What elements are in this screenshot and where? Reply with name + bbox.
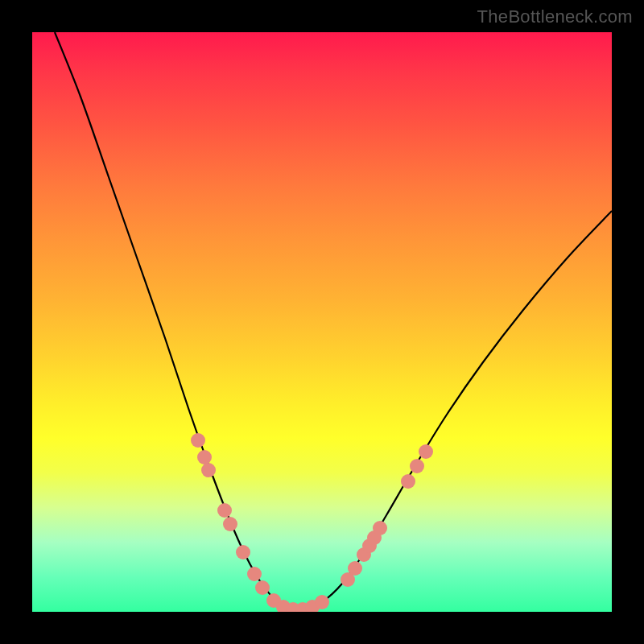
highlight-dot [223, 517, 237, 531]
highlight-dot [201, 463, 216, 477]
highlight-dot [401, 474, 415, 489]
highlight-dot [315, 595, 329, 609]
highlight-dots-group [191, 433, 433, 612]
highlight-dot [348, 561, 362, 576]
highlight-dot [373, 521, 387, 535]
highlight-dot [236, 545, 250, 559]
highlight-dot [419, 444, 433, 459]
highlight-dot [217, 503, 232, 518]
highlight-dot [197, 450, 212, 464]
plot-area [32, 32, 612, 612]
curve-layer [32, 32, 612, 612]
bottleneck-curve [55, 32, 612, 609]
watermark-text: TheBottleneck.com [477, 6, 633, 27]
chart-frame: TheBottleneck.com [0, 0, 644, 644]
highlight-dot [255, 580, 270, 595]
highlight-dot [247, 567, 262, 581]
highlight-dot [410, 459, 424, 473]
highlight-dot [191, 433, 205, 448]
